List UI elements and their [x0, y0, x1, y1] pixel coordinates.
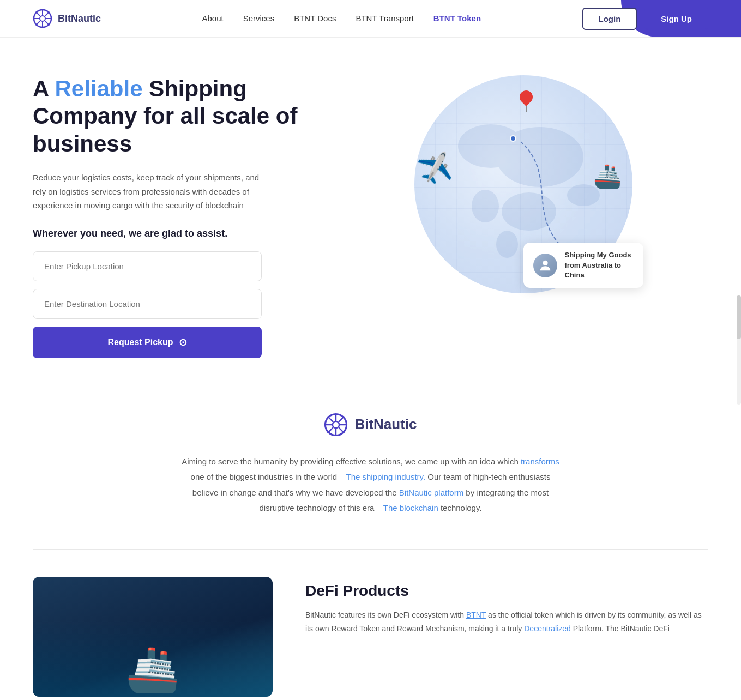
nav-btnt-token[interactable]: BTNT Token: [433, 14, 481, 23]
svg-line-25: [339, 416, 345, 421]
svg-line-24: [339, 427, 345, 433]
about-link-shipping[interactable]: The shipping industry.: [346, 472, 425, 481]
svg-line-9: [36, 21, 40, 26]
about-link-blockchain[interactable]: The blockchain: [383, 503, 438, 512]
about-section: BitNautic Aiming to serve the humanity b…: [0, 380, 741, 538]
scrollbar-thumb: [737, 295, 741, 339]
globe-container: ✈️ 🚢 Shipping My Goods from Australia to…: [409, 70, 638, 304]
nav-actions: Login Sign Up: [582, 8, 709, 30]
about-link-transforms[interactable]: transforms: [521, 457, 559, 466]
defi-section: 🚢 DeFi Products BitNautic features its o…: [0, 560, 741, 700]
hero-title: A Reliable Shipping Company for all scal…: [33, 75, 316, 158]
destination-input[interactable]: [33, 289, 262, 319]
svg-point-1: [40, 16, 45, 21]
about-brand: BitNautic: [354, 416, 417, 433]
defi-link-btnt[interactable]: BTNT: [466, 611, 486, 619]
nav-btnt-docs[interactable]: BTNT Docs: [294, 14, 336, 23]
svg-line-26: [328, 427, 333, 433]
svg-line-8: [45, 12, 50, 16]
map-dot-1: [510, 135, 516, 142]
shipping-card: Shipping My Goods from Australia to Chin…: [523, 243, 643, 288]
hero-content: A Reliable Shipping Company for all scal…: [33, 70, 316, 358]
nav-services[interactable]: Services: [243, 14, 275, 23]
defi-description: BitNautic features its own DeFi ecosyste…: [305, 608, 708, 636]
svg-point-16: [543, 260, 547, 265]
svg-point-11: [496, 127, 583, 187]
hero-illustration: ✈️ 🚢 Shipping My Goods from Australia to…: [338, 70, 708, 304]
about-helm-icon: [324, 413, 348, 437]
signup-button[interactable]: Sign Up: [644, 8, 708, 30]
defi-content: DeFi Products BitNautic features its own…: [305, 577, 708, 636]
about-description: Aiming to serve the humanity by providin…: [180, 454, 562, 516]
person-icon: [538, 258, 553, 273]
svg-point-12: [502, 192, 556, 231]
hero-title-normal: A: [33, 76, 55, 101]
nav-about[interactable]: About: [202, 14, 223, 23]
about-link-bitnautic[interactable]: BitNautic platform: [399, 488, 463, 497]
request-pickup-button[interactable]: Request Pickup ⊙: [33, 327, 262, 358]
shipping-card-text: Shipping My Goods from Australia to Chin…: [565, 250, 634, 280]
pickup-input[interactable]: [33, 251, 262, 281]
svg-point-18: [333, 421, 339, 428]
hero-section: A Reliable Shipping Company for all scal…: [0, 37, 741, 380]
location-pin: [518, 90, 534, 110]
defi-title: DeFi Products: [305, 582, 708, 600]
scrollbar[interactable]: [737, 295, 741, 405]
helm-icon: [33, 9, 52, 28]
svg-point-15: [496, 231, 518, 258]
svg-point-13: [472, 190, 499, 222]
nav-btnt-transport[interactable]: BTNT Transport: [356, 14, 413, 23]
defi-image: 🚢: [33, 577, 273, 697]
pin-head: [517, 88, 535, 106]
defi-link-decentralized[interactable]: Decentralized: [524, 624, 571, 633]
defi-ship-visual: 🚢: [33, 620, 273, 697]
about-logo: BitNautic: [33, 413, 708, 437]
svg-line-23: [328, 416, 333, 421]
ship-icon: 🚢: [593, 162, 622, 189]
login-button[interactable]: Login: [582, 8, 637, 30]
nav-links: About Services BTNT Docs BTNT Transport …: [202, 14, 481, 23]
hero-title-highlight: Reliable: [55, 76, 142, 101]
request-button-label: Request Pickup: [107, 337, 173, 347]
hero-description: Reduce your logistics costs, keep track …: [33, 171, 262, 213]
shipping-avatar: [533, 254, 557, 277]
brand-name: BitNautic: [58, 13, 101, 25]
section-divider: [33, 549, 708, 550]
hero-subheading: Wherever you need, we are glad to assist…: [33, 228, 316, 239]
arrow-circle-icon: ⊙: [179, 336, 187, 348]
navbar: BitNautic About Services BTNT Docs BTNT …: [0, 0, 741, 37]
svg-line-7: [45, 21, 50, 26]
svg-line-6: [36, 12, 40, 16]
brand-logo[interactable]: BitNautic: [33, 9, 101, 28]
